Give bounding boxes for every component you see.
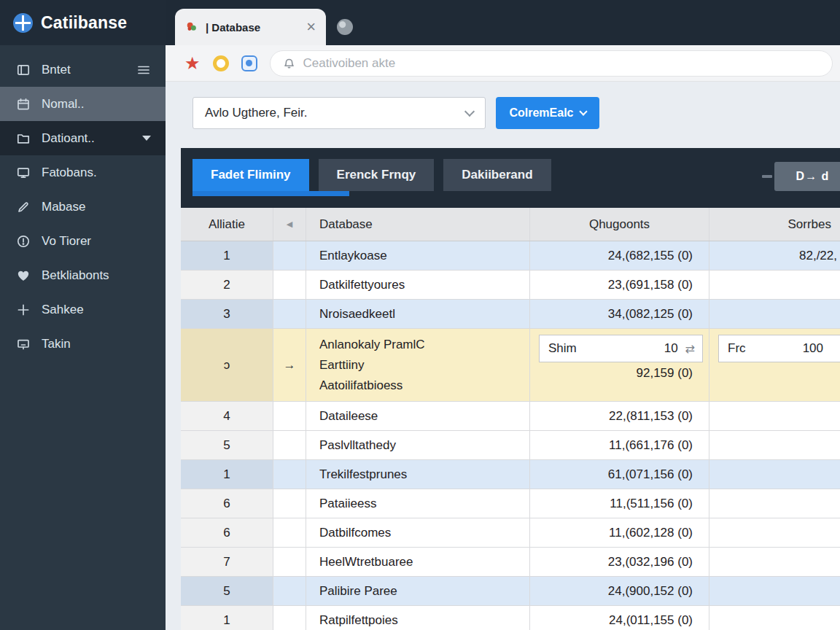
counts-cell: 61,(071,156 (0) [530, 460, 709, 489]
sidebar-item-fatobans[interactable]: Fatobans. [0, 155, 166, 190]
swap-arrows-icon[interactable]: ⇄ [685, 342, 695, 356]
tab-favicon-icon [185, 20, 198, 34]
sorbes-cell [709, 489, 840, 518]
new-tab-icon[interactable] [337, 19, 353, 35]
sorbes-cell [709, 271, 840, 299]
counts-cell: 11,(602,128 (0) [530, 518, 709, 547]
sidebar-item-vo-tiorer[interactable]: Vo Tiorer [0, 224, 166, 258]
row-arrow-indicator [273, 431, 306, 459]
header-counts[interactable]: Qhugoonts [530, 208, 709, 241]
table-row[interactable]: ɔ→Anlanokaly PramlCEarttiinyAatoilifatbi… [181, 329, 840, 402]
table-row[interactable]: 5Paslvlltathedy11,(661,176 (0) [181, 431, 840, 460]
table-row[interactable]: 3Nroisaedkeetl34,(082,125 (0) [181, 300, 840, 329]
header-arrow-icon[interactable]: ◀ [273, 208, 306, 241]
row-index: 5 [181, 431, 273, 459]
counts-value: 34,(082,125 (0) [608, 307, 693, 322]
panel-tabs: Fadet FliminyErenck FrnqyDakiiberand [192, 159, 551, 191]
export-button[interactable]: D→ d [774, 162, 840, 191]
sorbes-cell [709, 518, 840, 547]
sidebar-item-mabase[interactable]: Mabase [0, 190, 166, 224]
counts-value: 11,(511,156 (0) [610, 497, 693, 511]
fre-input[interactable]: Frc100 [718, 335, 840, 362]
address-bar[interactable]: Ceativoiben akte [270, 50, 833, 77]
blue-app-icon[interactable] [241, 55, 257, 71]
counts-cell: 11,(661,176 (0) [530, 431, 709, 459]
counts-cell: 22,(811,153 (0) [530, 402, 709, 430]
panel-tab-strip: Fadet FliminyErenck FrnqyDakiiberand D→ … [181, 148, 840, 208]
logo-text: Catiibanse [41, 13, 127, 33]
table-row[interactable]: 6Datbilfcomes11,(602,128 (0) [181, 518, 840, 548]
database-name: Datkilfettyoures [319, 278, 405, 292]
panel-tab-fadet-fliminy[interactable]: Fadet Fliminy [192, 159, 309, 191]
counts-value: 24,(900,152 (0) [608, 584, 693, 599]
bookmark-star-icon[interactable]: ★ [184, 55, 201, 72]
sidebar-item-betkliabonts[interactable]: Betkliabonts [0, 258, 166, 292]
sidebar-item-takin[interactable]: Takin [0, 327, 166, 361]
row-index: 5 [181, 577, 273, 605]
counts-cell: 24,(900,152 (0) [530, 577, 709, 605]
database-name: Pataiieess [319, 497, 376, 511]
table-row[interactable]: 7HeelWtretbuaree23,(032,196 (0) [181, 548, 840, 577]
panel-tab-erenck-frnqy[interactable]: Erenck Frnqy [319, 159, 435, 191]
yellow-app-icon[interactable] [213, 55, 229, 71]
database-cell: Datbilfcomes [306, 518, 530, 547]
row-arrow-indicator [273, 606, 306, 630]
database-name: Palibire Paree [319, 584, 397, 599]
tab-close-icon[interactable]: × [306, 19, 316, 35]
display-icon [16, 337, 31, 351]
database-name: Anlanokaly PramlC [319, 335, 425, 355]
filter-select-value: Avlo Ugthere, Feir. [205, 106, 307, 120]
table-row[interactable]: 2Datkilfettyoures23,(691,158 (0) [181, 271, 840, 300]
chevron-down-icon [579, 107, 587, 115]
sidebar-item-sahkee[interactable]: Sahkee [0, 292, 166, 327]
counts-value: 23,(032,196 (0) [608, 555, 693, 569]
tab-title: | Database [206, 21, 260, 34]
sidebar-item-nomal[interactable]: Nomal.. [0, 87, 166, 121]
filter-select[interactable]: Avlo Ugthere, Feir. [192, 97, 486, 129]
row-arrow-indicator: → [273, 329, 306, 401]
table-row[interactable]: 1Entlaykoase24,(682,155 (0)82,/22, [181, 241, 840, 271]
sidebar-item-label: Nomal.. [42, 97, 85, 112]
sidebar-item-datioant[interactable]: Datioant.. [0, 121, 166, 155]
hamburger-menu-icon[interactable] [136, 63, 151, 77]
calendar-icon [16, 97, 31, 112]
address-text: Ceativoiben akte [303, 56, 396, 71]
table-row[interactable]: 6Pataiieess11,(511,156 (0) [181, 489, 840, 518]
fre-input-label: Frc [728, 341, 803, 356]
sidebar-item-bntet[interactable]: Bntet [0, 52, 166, 87]
sorbes-cell [709, 548, 840, 576]
database-name: Trekilfestprunes [319, 467, 407, 482]
shim-input[interactable]: Shim10⇄ [539, 335, 703, 362]
sidebar-item-label: Takin [42, 337, 71, 351]
browser-tab[interactable]: | Database × [175, 9, 326, 45]
database-name: Paslvlltathedy [319, 438, 396, 453]
row-arrow-indicator [273, 577, 306, 605]
panel-tab-dakiiberand[interactable]: Dakiiberand [443, 159, 551, 191]
table-row[interactable]: 4Dataileese22,(811,153 (0) [181, 402, 840, 431]
database-name: Nroisaedkeetl [319, 307, 395, 322]
row-index: ɔ [181, 329, 273, 401]
app-window: | Database × ★ Ceativoiben akte Catiiban… [0, 0, 840, 630]
database-cell: Palibire Paree [306, 577, 530, 605]
counts-value: 24,(011,155 (0) [609, 613, 693, 628]
data-table: Alliatie ◀ Database Qhugoonts Sorrbes 1E… [181, 208, 840, 630]
main-content: Avlo Ugthere, Feir. ColremEalc Fadet Fli… [166, 82, 840, 630]
row-arrow-indicator [273, 460, 306, 489]
header-database[interactable]: Database [306, 208, 530, 241]
database-cell: Ratpilfettpoies [306, 606, 530, 630]
table-row[interactable]: 1Ratpilfettpoies24,(011,155 (0) [181, 606, 840, 630]
counts-cell: 11,(511,156 (0) [530, 489, 709, 518]
header-sorbes[interactable]: Sorrbes [709, 208, 840, 241]
header-index[interactable]: Alliatie [181, 208, 273, 241]
primary-action-button[interactable]: ColremEalc [496, 97, 599, 129]
table-row[interactable]: 1Trekilfestprunes61,(071,156 (0) [181, 460, 840, 489]
counts-cell: 23,(691,158 (0) [530, 271, 709, 299]
counts-value: 24,(682,155 (0) [608, 249, 693, 263]
table-row[interactable]: 5Palibire Paree24,(900,152 (0) [181, 577, 840, 606]
sidebar-item-label: Vo Tiorer [42, 234, 91, 249]
window-icon [16, 63, 31, 77]
database-name: Aatoilifatbioess [319, 376, 402, 396]
sorbes-cell [709, 460, 840, 489]
sorbes-cell [709, 300, 840, 328]
folder-icon [16, 131, 31, 146]
